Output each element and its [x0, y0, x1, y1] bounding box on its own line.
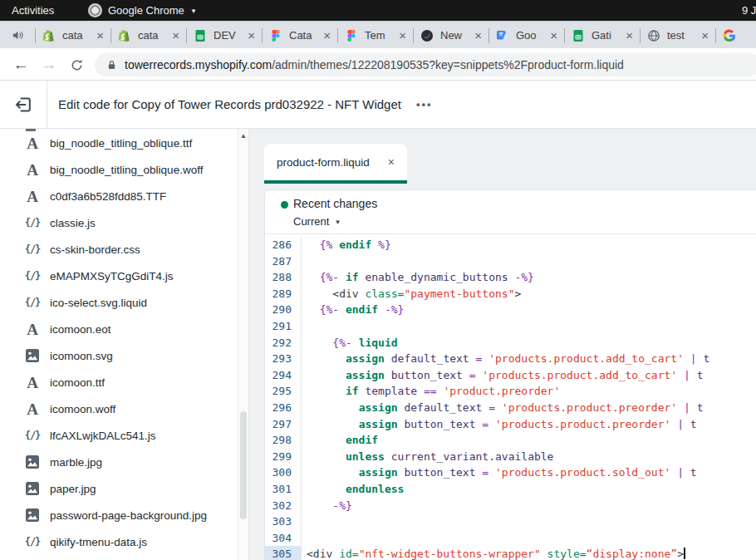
code-line-content[interactable]: if template == 'product.preorder' — [302, 383, 560, 400]
code-line-content[interactable]: assign button_text = 'products.product.p… — [302, 416, 697, 433]
code-line-content[interactable]: {%- if enable_dynamic_buttons -%} — [302, 269, 534, 286]
tab-close-icon[interactable]: × — [323, 29, 331, 42]
file-item[interactable]: {/} ico-select.svg.liquid — [0, 289, 249, 316]
audio-speaker-icon[interactable] — [0, 29, 35, 42]
code-line[interactable]: 291 — [265, 318, 756, 335]
code-line[interactable]: 293 assign default_text = 'products.prod… — [265, 351, 756, 367]
file-item[interactable]: password-page-background.jpg — [0, 502, 249, 528]
code-line-content[interactable]: {%- endif -%} — [302, 302, 404, 318]
code-line-content[interactable] — [302, 318, 307, 335]
code-line[interactable]: 298 endif — [265, 432, 756, 449]
font-file-icon: A — [22, 401, 42, 417]
browser-tab[interactable]: cata × — [36, 22, 110, 48]
back-button[interactable]: ← — [10, 54, 32, 76]
code-line-content[interactable]: {% endif %} — [302, 237, 391, 253]
browser-tab[interactable]: Cata × — [263, 22, 337, 48]
tab-close-icon[interactable]: × — [248, 29, 255, 42]
code-line[interactable]: 302 -%} — [265, 498, 756, 514]
file-item[interactable]: A c0df3a6b528fdd85.TTF — [0, 183, 249, 209]
code-line[interactable]: 304 — [265, 530, 756, 547]
code-line-content[interactable]: {%- liquid — [302, 335, 398, 351]
editor-file-tab[interactable]: product-form.liquid × — [264, 144, 407, 180]
code-line[interactable]: 301 endunless — [265, 481, 756, 498]
code-line[interactable]: 295 if template == 'product.preorder' — [265, 383, 756, 400]
browser-tab[interactable]: New × — [414, 22, 488, 48]
browser-tab[interactable]: Tem × — [338, 22, 413, 48]
code-line-content[interactable]: endif — [302, 432, 378, 449]
tab-close-icon[interactable]: × — [399, 29, 406, 42]
file-item[interactable]: {/} qikify-tmenu-data.js — [0, 528, 249, 555]
code-line-content[interactable]: assign default_text = 'products.product.… — [302, 351, 709, 367]
code-line[interactable]: 300 assign button_text = 'products.produ… — [265, 464, 756, 481]
tab-close-icon[interactable]: × — [701, 29, 709, 42]
file-item[interactable]: A big_noodle_titling_oblique.ttf — [0, 130, 249, 156]
editor-tab-close-icon[interactable]: × — [388, 155, 395, 169]
file-sidebar: A big_noodle_titling_oblique.ttf A big_n… — [0, 129, 249, 560]
file-item[interactable]: {/} cs-skin-border.css — [0, 236, 249, 263]
tab-close-icon[interactable]: × — [172, 29, 179, 42]
activities-button[interactable]: Activities — [12, 4, 54, 17]
tab-close-icon[interactable]: × — [474, 29, 482, 42]
code-line[interactable]: 290 {%- endif -%} — [265, 302, 756, 318]
code-line[interactable]: 294 assign button_text = 'products.produ… — [265, 367, 756, 384]
code-line-content[interactable]: assign button_text = 'products.product.a… — [302, 367, 703, 384]
code-line[interactable]: 297 assign button_text = 'products.produ… — [265, 416, 756, 433]
app-menu[interactable]: Google Chrome ▾ — [88, 3, 195, 17]
code-line[interactable]: 296 assign default_text = 'products.prod… — [265, 400, 756, 416]
tab-title: DEV — [214, 29, 243, 42]
scroll-up-arrow-icon[interactable]: ▲ — [238, 132, 248, 140]
code-line-content[interactable]: unless current_variant.available — [302, 449, 553, 465]
code-line[interactable]: 288 {%- if enable_dynamic_buttons -%} — [265, 269, 756, 286]
file-item[interactable]: icomoon.svg — [0, 342, 249, 369]
code-line-content[interactable]: assign button_text = 'products.product.s… — [302, 464, 697, 481]
code-line[interactable]: 289 <div class="payment-buttons"> — [265, 286, 756, 302]
code-line-content[interactable] — [302, 513, 307, 530]
file-item[interactable]: {/} classie.js — [0, 209, 249, 236]
code-line-content[interactable] — [302, 530, 307, 547]
reload-button[interactable] — [66, 54, 87, 76]
file-item[interactable]: A icomoon.ttf — [0, 369, 249, 395]
code-line-content[interactable]: <div class="payment-buttons"> — [302, 286, 521, 302]
file-item[interactable]: A big_noodle_titling_oblique.woff — [0, 156, 249, 183]
code-line-content[interactable]: assign default_text = 'products.product.… — [302, 400, 703, 416]
code-line-content[interactable]: <div id="nft-widget-buttons-wrapper" sty… — [302, 546, 685, 560]
file-item[interactable]: {/} eMAPMXSyTCgGdiT4.js — [0, 263, 249, 289]
browser-tab[interactable]: cata × — [111, 22, 186, 48]
file-item[interactable]: A icomoon.woff — [0, 395, 249, 422]
tab-close-icon[interactable]: × — [96, 29, 104, 42]
browser-tab[interactable]: Gati × — [565, 22, 640, 48]
clock[interactable]: 9 J — [742, 4, 756, 17]
code-line[interactable]: 286 {% endif %} — [265, 237, 756, 253]
browser-tab[interactable]: × — [716, 22, 756, 48]
code-line[interactable]: 287 — [265, 253, 756, 270]
exit-code-editor-button[interactable] — [0, 81, 47, 128]
code-line[interactable]: 292 {%- liquid — [265, 335, 756, 351]
code-line[interactable]: 305<div id="nft-widget-buttons-wrapper" … — [265, 546, 756, 560]
forward-button[interactable]: → — [38, 54, 60, 76]
editor-tab-label: product-form.liquid — [277, 156, 370, 169]
version-dropdown[interactable]: Current ▾ — [293, 215, 340, 228]
file-item[interactable]: {/} lfcAXLwjkDALc541.js — [0, 422, 249, 449]
tab-close-icon[interactable]: × — [626, 29, 633, 42]
admin-header: Edit code for Copy of Tower Records prd0… — [0, 81, 756, 129]
code-line-content[interactable]: -%} — [302, 498, 352, 514]
file-item[interactable]: paper.jpg — [0, 475, 249, 502]
favicon-globe-icon — [647, 29, 660, 42]
code-line[interactable]: 303 — [265, 513, 756, 530]
code-editor[interactable]: 286 {% endif %}287288 {%- if enable_dyna… — [265, 234, 756, 560]
tab-close-icon[interactable]: × — [550, 29, 557, 42]
favicon-sheets-icon — [194, 29, 207, 42]
code-line-content[interactable]: endunless — [302, 481, 404, 498]
code-line[interactable]: 299 unless current_variant.available — [265, 449, 756, 465]
browser-tab[interactable]: Goo × — [489, 22, 564, 48]
address-bar[interactable]: towerrecords.myshopify.com/admin/themes/… — [95, 53, 756, 76]
code-line-content[interactable] — [302, 253, 307, 270]
file-item[interactable]: A icomoon.eot — [0, 316, 249, 342]
browser-tab[interactable]: DEV × — [187, 22, 262, 48]
more-actions-button[interactable]: ••• — [416, 98, 433, 111]
scrollbar-thumb[interactable] — [240, 411, 247, 519]
file-item[interactable]: marble.jpg — [0, 449, 249, 475]
lock-icon[interactable] — [106, 59, 117, 71]
browser-tab[interactable]: test × — [641, 22, 715, 48]
sidebar-scrollbar[interactable]: ▲ — [238, 129, 249, 560]
